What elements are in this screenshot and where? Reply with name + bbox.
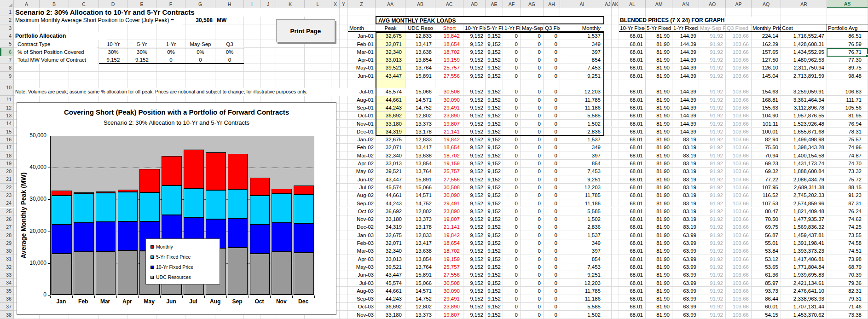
row-header-37[interactable]: 37: [0, 303, 14, 311]
cell-AJ10[interactable]: [604, 80, 612, 96]
cell-L7[interactable]: [305, 56, 331, 64]
row-header-7[interactable]: 7: [0, 56, 14, 64]
cell-Y2[interactable]: [340, 16, 348, 24]
cell-AK30[interactable]: [612, 247, 619, 255]
cell-AB1[interactable]: [405, 8, 435, 16]
column-header-E[interactable]: E: [127, 0, 156, 8]
cell-Y1[interactable]: [340, 8, 348, 16]
cell-AK14[interactable]: [612, 120, 619, 128]
column-header-L[interactable]: L: [305, 0, 331, 8]
cell-AJ7[interactable]: [604, 56, 612, 64]
cell-I4[interactable]: [244, 32, 260, 40]
cell-Y33[interactable]: [340, 271, 348, 279]
cell-AJ35[interactable]: [604, 287, 612, 295]
cell-Y30[interactable]: [340, 247, 348, 255]
cell-AK33[interactable]: [612, 271, 619, 279]
column-header-AF[interactable]: AF: [503, 0, 521, 8]
cell-AM1[interactable]: [646, 8, 672, 16]
cell-AJ5[interactable]: [604, 40, 612, 48]
cell-Y29[interactable]: [340, 239, 348, 247]
cell-AR2[interactable]: [781, 16, 827, 24]
cell-AL1[interactable]: [619, 8, 646, 16]
row-header-31[interactable]: 31: [0, 255, 14, 263]
cell-AD1[interactable]: [463, 8, 486, 16]
cell-AJ28[interactable]: [604, 231, 612, 239]
cell-AJ23[interactable]: [604, 191, 612, 199]
row-header-14[interactable]: 14: [0, 120, 14, 128]
cell-AK8[interactable]: [612, 64, 619, 72]
row-header-35[interactable]: 35: [0, 287, 14, 295]
cell-AK7[interactable]: [612, 56, 619, 64]
column-header-A[interactable]: A: [14, 0, 40, 8]
cell-J5[interactable]: [260, 40, 276, 48]
row-header-33[interactable]: 33: [0, 271, 14, 279]
row-header-29[interactable]: 29: [0, 239, 14, 247]
cell-J9[interactable]: [260, 72, 276, 80]
cell-AJ30[interactable]: [604, 247, 612, 255]
column-header-I[interactable]: I: [244, 0, 260, 8]
cell-A9[interactable]: [14, 72, 40, 80]
cell-E9[interactable]: [127, 72, 156, 80]
cell-AK26[interactable]: [612, 215, 619, 223]
cell-AK20[interactable]: [612, 168, 619, 175]
cell-AK35[interactable]: [612, 287, 619, 295]
cell-AK31[interactable]: [612, 255, 619, 263]
cell-AK18[interactable]: [612, 151, 619, 159]
column-header-Y[interactable]: Y: [340, 0, 348, 8]
cell-I2[interactable]: [244, 16, 260, 24]
cell-AN1[interactable]: [672, 8, 699, 16]
cell-AK4[interactable]: [612, 32, 619, 40]
cell-Y13[interactable]: [340, 112, 348, 120]
column-header-AS[interactable]: AS: [827, 0, 868, 8]
row-header-28[interactable]: 28: [0, 231, 14, 239]
cell-AK21[interactable]: [612, 175, 619, 183]
cell-AJ36[interactable]: [604, 295, 612, 303]
row-header-27[interactable]: 27: [0, 223, 14, 231]
selected-cell[interactable]: [827, 48, 868, 57]
cell-AJ16[interactable]: [604, 136, 612, 144]
cell-E3[interactable]: [127, 24, 156, 32]
cell-AJ33[interactable]: [604, 271, 612, 279]
cell-AJ9[interactable]: [604, 72, 612, 80]
cell-B9[interactable]: [40, 72, 69, 80]
row-header-19[interactable]: 19: [0, 160, 14, 168]
cell-E4[interactable]: [127, 32, 156, 40]
row-header-10[interactable]: 10: [0, 80, 14, 96]
column-header-Z[interactable]: Z: [348, 0, 376, 8]
cell-AK19[interactable]: [612, 160, 619, 168]
cell-AK25[interactable]: [612, 208, 619, 215]
cell-AJ25[interactable]: [604, 208, 612, 215]
cell-Z1[interactable]: [348, 8, 376, 16]
column-header-H[interactable]: H: [215, 0, 244, 8]
cell-Y15[interactable]: [340, 128, 348, 136]
cell-Y18[interactable]: [340, 151, 348, 159]
column-header-D[interactable]: D: [99, 0, 127, 8]
cell-Y34[interactable]: [340, 279, 348, 287]
column-header-AD[interactable]: AD: [463, 0, 486, 8]
cell-AK2[interactable]: [612, 16, 619, 24]
row-header-5[interactable]: 5: [0, 40, 14, 48]
cell-AJ20[interactable]: [604, 168, 612, 175]
cell-J2[interactable]: [260, 16, 276, 24]
cell-X7[interactable]: [331, 56, 340, 64]
cell-H9[interactable]: [215, 72, 244, 80]
cell-AJ14[interactable]: [604, 120, 612, 128]
cell-AI1[interactable]: [560, 8, 604, 16]
cell-AE1[interactable]: [486, 8, 503, 16]
cell-AK9[interactable]: [612, 72, 619, 80]
cell-Y20[interactable]: [340, 168, 348, 175]
cell-AK34[interactable]: [612, 279, 619, 287]
cell-AK5[interactable]: [612, 40, 619, 48]
cell-AJ21[interactable]: [604, 175, 612, 183]
cell-AJ15[interactable]: [604, 128, 612, 136]
cell-Y9[interactable]: [340, 72, 348, 80]
row-header-11[interactable]: 11: [0, 96, 14, 104]
row-header-17[interactable]: 17: [0, 144, 14, 151]
cell-AH1[interactable]: [544, 8, 560, 16]
column-header-AJ[interactable]: AJ: [604, 0, 612, 8]
cell-H4[interactable]: [215, 32, 244, 40]
row-header-24[interactable]: 24: [0, 199, 14, 207]
cell-Y6[interactable]: [340, 48, 348, 56]
cell-C3[interactable]: [69, 24, 99, 32]
cell-AK32[interactable]: [612, 263, 619, 271]
